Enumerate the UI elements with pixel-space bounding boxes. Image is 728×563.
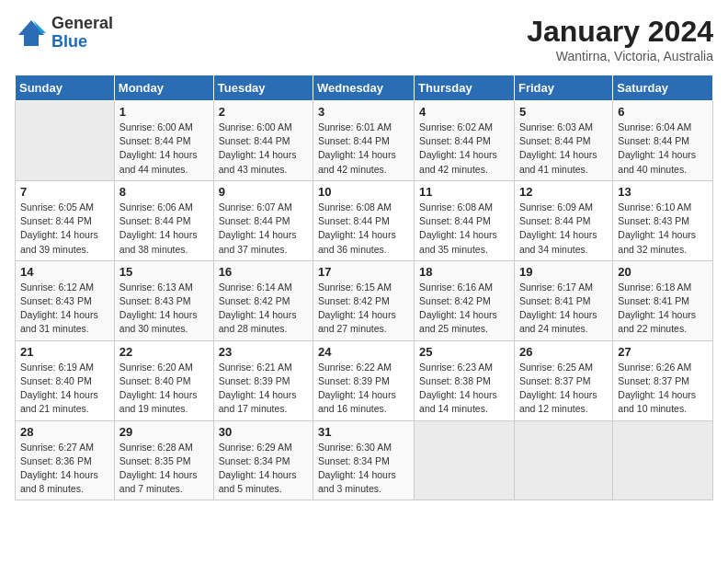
calendar-cell: 14 Sunrise: 6:12 AMSunset: 8:43 PMDaylig…: [16, 260, 115, 340]
day-info: Sunrise: 6:15 AMSunset: 8:42 PMDaylight:…: [318, 281, 409, 337]
logo-blue-text: Blue: [51, 32, 87, 51]
page-header: General Blue January 2024 Wantirna, Vict…: [15, 15, 713, 63]
day-info: Sunrise: 6:22 AMSunset: 8:39 PMDaylight:…: [318, 361, 409, 417]
calendar-cell: 23 Sunrise: 6:21 AMSunset: 8:39 PMDaylig…: [213, 340, 313, 420]
day-of-week-header: Thursday: [415, 75, 515, 101]
day-number: 10: [318, 185, 409, 199]
day-of-week-header: Tuesday: [213, 75, 313, 101]
calendar-week-row: 21 Sunrise: 6:19 AMSunset: 8:40 PMDaylig…: [16, 340, 713, 420]
calendar-cell: 15 Sunrise: 6:13 AMSunset: 8:43 PMDaylig…: [114, 260, 213, 340]
day-info: Sunrise: 6:08 AMSunset: 8:44 PMDaylight:…: [419, 201, 509, 257]
day-of-week-header: Sunday: [16, 75, 115, 101]
calendar-cell: 7 Sunrise: 6:05 AMSunset: 8:44 PMDayligh…: [16, 180, 115, 260]
calendar-cell: 9 Sunrise: 6:07 AMSunset: 8:44 PMDayligh…: [213, 180, 313, 260]
day-info: Sunrise: 6:14 AMSunset: 8:42 PMDaylight:…: [219, 281, 308, 337]
day-number: 2: [219, 105, 308, 119]
day-of-week-header: Wednesday: [313, 75, 415, 101]
day-number: 19: [519, 265, 608, 279]
day-info: Sunrise: 6:17 AMSunset: 8:41 PMDaylight:…: [519, 281, 608, 337]
day-info: Sunrise: 6:21 AMSunset: 8:39 PMDaylight:…: [219, 361, 308, 417]
day-info: Sunrise: 6:05 AMSunset: 8:44 PMDaylight:…: [20, 201, 109, 257]
day-number: 3: [318, 105, 409, 119]
logo-general-text: General: [51, 14, 113, 32]
svg-marker-0: [18, 20, 44, 46]
calendar-cell: 26 Sunrise: 6:25 AMSunset: 8:37 PMDaylig…: [514, 340, 612, 420]
calendar-cell: 30 Sunrise: 6:29 AMSunset: 8:34 PMDaylig…: [213, 420, 313, 500]
day-of-week-header: Monday: [114, 75, 213, 101]
calendar-cell: [415, 420, 515, 500]
day-info: Sunrise: 6:30 AMSunset: 8:34 PMDaylight:…: [318, 441, 409, 497]
day-number: 11: [419, 185, 509, 199]
calendar-cell: [16, 101, 115, 181]
day-number: 14: [20, 265, 109, 279]
calendar-cell: 13 Sunrise: 6:10 AMSunset: 8:43 PMDaylig…: [613, 180, 713, 260]
logo: General Blue: [15, 15, 113, 52]
day-number: 24: [318, 345, 409, 359]
day-number: 29: [119, 425, 209, 439]
day-number: 8: [119, 185, 209, 199]
day-number: 26: [519, 345, 608, 359]
calendar-header-row: SundayMondayTuesdayWednesdayThursdayFrid…: [16, 75, 713, 101]
day-number: 4: [419, 105, 509, 119]
day-info: Sunrise: 6:04 AMSunset: 8:44 PMDaylight:…: [618, 121, 708, 177]
day-info: Sunrise: 6:25 AMSunset: 8:37 PMDaylight:…: [519, 361, 608, 417]
day-number: 9: [219, 185, 308, 199]
day-number: 21: [20, 345, 109, 359]
day-info: Sunrise: 6:07 AMSunset: 8:44 PMDaylight:…: [219, 201, 308, 257]
calendar-cell: 17 Sunrise: 6:15 AMSunset: 8:42 PMDaylig…: [313, 260, 415, 340]
day-number: 22: [119, 345, 209, 359]
day-number: 1: [119, 105, 209, 119]
calendar-cell: 16 Sunrise: 6:14 AMSunset: 8:42 PMDaylig…: [213, 260, 313, 340]
day-info: Sunrise: 6:27 AMSunset: 8:36 PMDaylight:…: [20, 441, 109, 497]
calendar-cell: 11 Sunrise: 6:08 AMSunset: 8:44 PMDaylig…: [415, 180, 515, 260]
calendar-cell: [613, 420, 713, 500]
day-info: Sunrise: 6:09 AMSunset: 8:44 PMDaylight:…: [519, 201, 608, 257]
day-of-week-header: Saturday: [613, 75, 713, 101]
calendar-cell: 28 Sunrise: 6:27 AMSunset: 8:36 PMDaylig…: [16, 420, 115, 500]
calendar-cell: 1 Sunrise: 6:00 AMSunset: 8:44 PMDayligh…: [114, 101, 213, 181]
day-info: Sunrise: 6:26 AMSunset: 8:37 PMDaylight:…: [618, 361, 708, 417]
calendar-cell: 19 Sunrise: 6:17 AMSunset: 8:41 PMDaylig…: [514, 260, 612, 340]
calendar-cell: 8 Sunrise: 6:06 AMSunset: 8:44 PMDayligh…: [114, 180, 213, 260]
calendar-week-row: 1 Sunrise: 6:00 AMSunset: 8:44 PMDayligh…: [16, 101, 713, 181]
calendar-cell: 27 Sunrise: 6:26 AMSunset: 8:37 PMDaylig…: [613, 340, 713, 420]
calendar-cell: 25 Sunrise: 6:23 AMSunset: 8:38 PMDaylig…: [415, 340, 515, 420]
calendar-cell: 20 Sunrise: 6:18 AMSunset: 8:41 PMDaylig…: [613, 260, 713, 340]
day-info: Sunrise: 6:12 AMSunset: 8:43 PMDaylight:…: [20, 281, 109, 337]
day-number: 31: [318, 425, 409, 439]
location-subtitle: Wantirna, Victoria, Australia: [527, 49, 713, 63]
day-info: Sunrise: 6:10 AMSunset: 8:43 PMDaylight:…: [618, 201, 708, 257]
day-number: 23: [219, 345, 308, 359]
day-number: 28: [20, 425, 109, 439]
day-of-week-header: Friday: [514, 75, 612, 101]
day-number: 13: [618, 185, 708, 199]
calendar-cell: 31 Sunrise: 6:30 AMSunset: 8:34 PMDaylig…: [313, 420, 415, 500]
calendar-cell: [514, 420, 612, 500]
day-number: 20: [618, 265, 708, 279]
day-info: Sunrise: 6:20 AMSunset: 8:40 PMDaylight:…: [119, 361, 209, 417]
day-info: Sunrise: 6:18 AMSunset: 8:41 PMDaylight:…: [618, 281, 708, 337]
month-year-title: January 2024: [527, 15, 713, 49]
day-info: Sunrise: 6:01 AMSunset: 8:44 PMDaylight:…: [318, 121, 409, 177]
calendar-cell: 18 Sunrise: 6:16 AMSunset: 8:42 PMDaylig…: [415, 260, 515, 340]
day-number: 7: [20, 185, 109, 199]
calendar-cell: 2 Sunrise: 6:00 AMSunset: 8:44 PMDayligh…: [213, 101, 313, 181]
day-info: Sunrise: 6:29 AMSunset: 8:34 PMDaylight:…: [219, 441, 308, 497]
day-number: 16: [219, 265, 308, 279]
day-info: Sunrise: 6:03 AMSunset: 8:44 PMDaylight:…: [519, 121, 608, 177]
day-number: 12: [519, 185, 608, 199]
calendar-table: SundayMondayTuesdayWednesdayThursdayFrid…: [15, 75, 713, 500]
day-number: 15: [119, 265, 209, 279]
title-block: January 2024 Wantirna, Victoria, Austral…: [527, 15, 713, 63]
day-number: 17: [318, 265, 409, 279]
calendar-cell: 6 Sunrise: 6:04 AMSunset: 8:44 PMDayligh…: [613, 101, 713, 181]
day-info: Sunrise: 6:02 AMSunset: 8:44 PMDaylight:…: [419, 121, 509, 177]
day-info: Sunrise: 6:06 AMSunset: 8:44 PMDaylight:…: [119, 201, 209, 257]
day-number: 25: [419, 345, 509, 359]
calendar-week-row: 7 Sunrise: 6:05 AMSunset: 8:44 PMDayligh…: [16, 180, 713, 260]
calendar-cell: 12 Sunrise: 6:09 AMSunset: 8:44 PMDaylig…: [514, 180, 612, 260]
day-number: 5: [519, 105, 608, 119]
day-number: 18: [419, 265, 509, 279]
calendar-cell: 4 Sunrise: 6:02 AMSunset: 8:44 PMDayligh…: [415, 101, 515, 181]
day-info: Sunrise: 6:16 AMSunset: 8:42 PMDaylight:…: [419, 281, 509, 337]
